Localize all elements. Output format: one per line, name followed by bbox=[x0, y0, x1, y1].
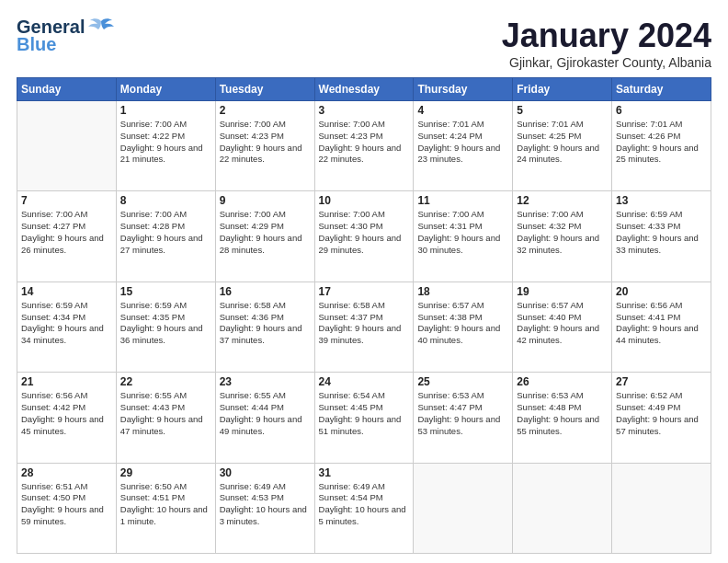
sunset-text: Sunset: 4:22 PM bbox=[120, 131, 211, 143]
day-info: Sunrise: 7:00 AM Sunset: 4:28 PM Dayligh… bbox=[120, 209, 211, 256]
table-row: 31 Sunrise: 6:49 AM Sunset: 4:54 PM Dayl… bbox=[314, 463, 414, 553]
day-number: 17 bbox=[319, 285, 410, 298]
daylight-text: Daylight: 9 hours and 34 minutes. bbox=[21, 323, 112, 347]
sunset-text: Sunset: 4:25 PM bbox=[517, 131, 608, 143]
table-row: 14 Sunrise: 6:59 AM Sunset: 4:34 PM Dayl… bbox=[17, 282, 117, 372]
location: Gjinkar, Gjirokaster County, Albania bbox=[502, 55, 711, 70]
sunset-text: Sunset: 4:44 PM bbox=[220, 402, 311, 414]
day-info: Sunrise: 7:00 AM Sunset: 4:23 PM Dayligh… bbox=[319, 119, 410, 166]
sunrise-text: Sunrise: 7:00 AM bbox=[220, 119, 311, 131]
sunrise-text: Sunrise: 7:00 AM bbox=[220, 209, 311, 221]
day-info: Sunrise: 6:56 AM Sunset: 4:42 PM Dayligh… bbox=[21, 390, 112, 437]
daylight-text: Daylight: 9 hours and 21 minutes. bbox=[120, 143, 211, 167]
sunset-text: Sunset: 4:48 PM bbox=[517, 402, 608, 414]
table-row: 20 Sunrise: 6:56 AM Sunset: 4:41 PM Dayl… bbox=[612, 282, 711, 372]
sunrise-text: Sunrise: 7:00 AM bbox=[517, 209, 608, 221]
sunset-text: Sunset: 4:53 PM bbox=[220, 492, 311, 504]
daylight-text: Daylight: 9 hours and 36 minutes. bbox=[120, 323, 211, 347]
day-number: 7 bbox=[21, 194, 112, 207]
day-info: Sunrise: 6:59 AM Sunset: 4:33 PM Dayligh… bbox=[616, 209, 707, 256]
col-friday: Friday bbox=[513, 78, 612, 101]
day-number: 22 bbox=[120, 375, 211, 388]
daylight-text: Daylight: 9 hours and 32 minutes. bbox=[517, 233, 608, 257]
day-number: 25 bbox=[417, 375, 508, 388]
col-thursday: Thursday bbox=[414, 78, 513, 101]
day-number: 6 bbox=[616, 104, 707, 117]
daylight-text: Daylight: 9 hours and 27 minutes. bbox=[120, 233, 211, 257]
daylight-text: Daylight: 9 hours and 28 minutes. bbox=[220, 233, 311, 257]
day-number: 14 bbox=[21, 285, 112, 298]
day-info: Sunrise: 6:58 AM Sunset: 4:36 PM Dayligh… bbox=[220, 300, 311, 347]
day-number: 13 bbox=[616, 194, 707, 207]
day-number: 21 bbox=[21, 375, 112, 388]
sunrise-text: Sunrise: 6:57 AM bbox=[417, 300, 508, 312]
title-section: January 2024 Gjinkar, Gjirokaster County… bbox=[502, 17, 711, 70]
daylight-text: Daylight: 9 hours and 53 minutes. bbox=[417, 414, 508, 438]
col-tuesday: Tuesday bbox=[215, 78, 314, 101]
table-row: 7 Sunrise: 7:00 AM Sunset: 4:27 PM Dayli… bbox=[17, 191, 117, 282]
sunrise-text: Sunrise: 6:58 AM bbox=[220, 300, 311, 312]
day-info: Sunrise: 7:00 AM Sunset: 4:23 PM Dayligh… bbox=[220, 119, 311, 166]
col-monday: Monday bbox=[116, 78, 215, 101]
sunset-text: Sunset: 4:45 PM bbox=[319, 402, 410, 414]
sunset-text: Sunset: 4:32 PM bbox=[517, 221, 608, 233]
table-row bbox=[612, 463, 711, 553]
day-number: 11 bbox=[417, 194, 508, 207]
sunrise-text: Sunrise: 7:00 AM bbox=[319, 209, 410, 221]
table-row: 16 Sunrise: 6:58 AM Sunset: 4:36 PM Dayl… bbox=[215, 282, 314, 372]
day-info: Sunrise: 6:52 AM Sunset: 4:49 PM Dayligh… bbox=[616, 390, 707, 437]
calendar-table: Sunday Monday Tuesday Wednesday Thursday… bbox=[17, 77, 711, 554]
sunrise-text: Sunrise: 7:01 AM bbox=[417, 119, 508, 131]
sunset-text: Sunset: 4:51 PM bbox=[120, 492, 211, 504]
sunset-text: Sunset: 4:24 PM bbox=[417, 131, 508, 143]
day-number: 24 bbox=[319, 375, 410, 388]
day-info: Sunrise: 6:55 AM Sunset: 4:44 PM Dayligh… bbox=[220, 390, 311, 437]
day-number: 15 bbox=[120, 285, 211, 298]
daylight-text: Daylight: 9 hours and 57 minutes. bbox=[616, 414, 707, 438]
table-row: 22 Sunrise: 6:55 AM Sunset: 4:43 PM Dayl… bbox=[116, 373, 215, 463]
sunrise-text: Sunrise: 6:49 AM bbox=[319, 481, 410, 493]
daylight-text: Daylight: 9 hours and 22 minutes. bbox=[319, 143, 410, 167]
sunrise-text: Sunrise: 7:01 AM bbox=[517, 119, 608, 131]
sunset-text: Sunset: 4:38 PM bbox=[417, 312, 508, 324]
day-info: Sunrise: 6:49 AM Sunset: 4:54 PM Dayligh… bbox=[319, 481, 410, 528]
sunrise-text: Sunrise: 7:00 AM bbox=[319, 119, 410, 131]
month-title: January 2024 bbox=[502, 17, 711, 55]
sunrise-text: Sunrise: 7:00 AM bbox=[120, 209, 211, 221]
sunset-text: Sunset: 4:23 PM bbox=[220, 131, 311, 143]
day-info: Sunrise: 7:00 AM Sunset: 4:30 PM Dayligh… bbox=[319, 209, 410, 256]
table-row bbox=[414, 463, 513, 553]
table-row: 24 Sunrise: 6:54 AM Sunset: 4:45 PM Dayl… bbox=[314, 373, 414, 463]
calendar-week-row: 21 Sunrise: 6:56 AM Sunset: 4:42 PM Dayl… bbox=[17, 373, 711, 463]
day-info: Sunrise: 6:54 AM Sunset: 4:45 PM Dayligh… bbox=[319, 390, 410, 437]
day-number: 4 bbox=[417, 104, 508, 117]
sunrise-text: Sunrise: 6:50 AM bbox=[120, 481, 211, 493]
calendar-header-row: Sunday Monday Tuesday Wednesday Thursday… bbox=[17, 78, 711, 101]
sunset-text: Sunset: 4:42 PM bbox=[21, 402, 112, 414]
sunrise-text: Sunrise: 6:56 AM bbox=[21, 390, 112, 402]
sunrise-text: Sunrise: 6:49 AM bbox=[220, 481, 311, 493]
sunset-text: Sunset: 4:40 PM bbox=[517, 312, 608, 324]
table-row: 4 Sunrise: 7:01 AM Sunset: 4:24 PM Dayli… bbox=[414, 101, 513, 191]
page: General Blue January 2024 Gjinkar, Gjiro… bbox=[0, 0, 728, 563]
sunrise-text: Sunrise: 6:56 AM bbox=[616, 300, 707, 312]
day-number: 8 bbox=[120, 194, 211, 207]
daylight-text: Daylight: 9 hours and 26 minutes. bbox=[21, 233, 112, 257]
day-info: Sunrise: 7:00 AM Sunset: 4:29 PM Dayligh… bbox=[220, 209, 311, 256]
sunset-text: Sunset: 4:47 PM bbox=[417, 402, 508, 414]
daylight-text: Daylight: 9 hours and 44 minutes. bbox=[616, 323, 707, 347]
daylight-text: Daylight: 9 hours and 23 minutes. bbox=[417, 143, 508, 167]
day-number: 18 bbox=[417, 285, 508, 298]
sunset-text: Sunset: 4:41 PM bbox=[616, 312, 707, 324]
sunset-text: Sunset: 4:35 PM bbox=[120, 312, 211, 324]
table-row: 2 Sunrise: 7:00 AM Sunset: 4:23 PM Dayli… bbox=[215, 101, 314, 191]
table-row: 10 Sunrise: 7:00 AM Sunset: 4:30 PM Dayl… bbox=[314, 191, 414, 282]
sunset-text: Sunset: 4:37 PM bbox=[319, 312, 410, 324]
day-info: Sunrise: 7:00 AM Sunset: 4:22 PM Dayligh… bbox=[120, 119, 211, 166]
day-info: Sunrise: 7:01 AM Sunset: 4:24 PM Dayligh… bbox=[417, 119, 508, 166]
sunset-text: Sunset: 4:29 PM bbox=[220, 221, 311, 233]
sunrise-text: Sunrise: 6:53 AM bbox=[417, 390, 508, 402]
logo-bird-icon bbox=[88, 17, 114, 38]
daylight-text: Daylight: 9 hours and 49 minutes. bbox=[220, 414, 311, 438]
day-number: 31 bbox=[319, 466, 410, 479]
